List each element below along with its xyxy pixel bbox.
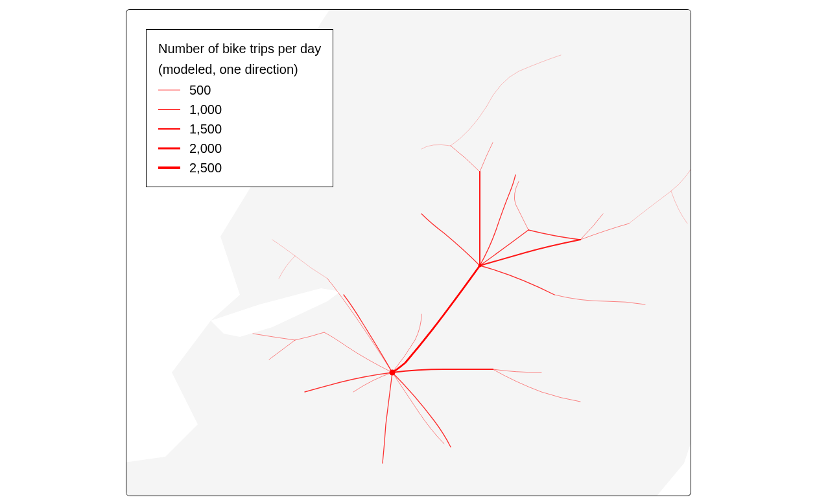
legend-label-500: 500 bbox=[189, 80, 211, 100]
legend-swatch-1500 bbox=[158, 125, 180, 133]
svg-point-0 bbox=[479, 264, 482, 268]
legend-item-1500: 1,500 bbox=[158, 119, 321, 139]
legend-swatch-1000 bbox=[158, 106, 180, 113]
legend-item-2000: 2,000 bbox=[158, 139, 321, 158]
legend-label-2500: 2,500 bbox=[189, 158, 222, 178]
map-plot-frame: Number of bike trips per day (modeled, o… bbox=[126, 9, 691, 496]
legend-item-500: 500 bbox=[158, 80, 321, 100]
legend-title-line2: (modeled, one direction) bbox=[158, 60, 321, 79]
legend-title-line1: Number of bike trips per day bbox=[158, 39, 321, 58]
hub-point bbox=[390, 370, 396, 376]
legend-label-1500: 1,500 bbox=[189, 119, 222, 139]
legend-item-2500: 2,500 bbox=[158, 158, 321, 178]
legend-label-1000: 1,000 bbox=[189, 100, 222, 119]
legend-item-1000: 1,000 bbox=[158, 100, 321, 119]
legend-swatch-500 bbox=[158, 86, 180, 94]
legend: Number of bike trips per day (modeled, o… bbox=[146, 29, 333, 187]
legend-label-2000: 2,000 bbox=[189, 139, 222, 158]
legend-swatch-2500 bbox=[158, 164, 180, 172]
legend-swatch-2000 bbox=[158, 144, 180, 152]
